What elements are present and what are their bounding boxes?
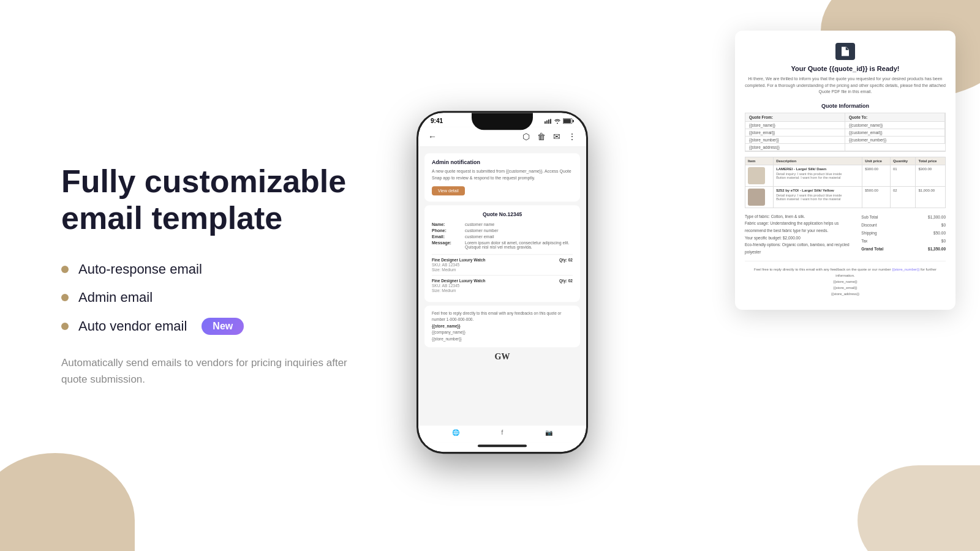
feature-description: Automatically send emails to vendors for… xyxy=(61,354,355,388)
tax-row: Tax $0 xyxy=(861,237,946,245)
tax-value: $0 xyxy=(941,237,946,245)
phone-status-icons xyxy=(545,118,574,124)
item-name: Fine Designer Luxury Watch xyxy=(432,279,486,283)
message-value: Lorem ipsum dolor sit amet, consectetur … xyxy=(465,241,573,249)
feature-list: Auto-response email Admin email Auto ven… xyxy=(61,261,355,335)
new-badge: New xyxy=(202,318,244,335)
quote-details-card: Quote No.12345 Name: customer name Phone… xyxy=(424,205,580,302)
svg-rect-4 xyxy=(545,121,546,124)
item-img-cell xyxy=(745,186,774,208)
item-qty: Qty: 02 xyxy=(559,279,573,283)
quote-from-number: {{store_number}} xyxy=(745,137,845,144)
item-size: Size: Medium xyxy=(432,288,573,293)
item-sku: SKU: AB 12345 xyxy=(432,283,573,288)
bottom-icon-2: f xyxy=(502,429,503,436)
phone-value: customer number xyxy=(465,228,498,233)
col-desc: Description xyxy=(774,157,862,165)
col-unit-price: Unit price xyxy=(862,157,891,165)
item-name: LAMEREI - Large/ Silk/ Dawn xyxy=(776,167,859,171)
discount-value: $0 xyxy=(941,221,946,229)
email-template-card: Your Quote {{quote_id}} is Ready! Hi the… xyxy=(735,31,956,310)
item-desc-cell: LAMEREI - Large/ Silk/ Dawn Detail inqui… xyxy=(774,165,862,186)
page-headline: Fully customizable email template xyxy=(61,163,355,237)
svg-rect-1 xyxy=(843,51,848,52)
more-icon[interactable]: ⋮ xyxy=(568,132,576,141)
share-icon[interactable]: ⬡ xyxy=(522,132,530,141)
item-name: Fine Designer Luxury Watch xyxy=(432,258,486,262)
mail-icon[interactable]: ✉ xyxy=(553,132,560,141)
email-header: Your Quote {{quote_id}} is Ready! Hi the… xyxy=(745,43,946,96)
svg-rect-9 xyxy=(564,119,571,123)
left-content: Fully customizable email template Auto-r… xyxy=(0,114,392,437)
home-indicator-area xyxy=(418,442,586,452)
email-title: Your Quote {{quote_id}} is Ready! xyxy=(745,65,946,72)
phone-screen: 9:41 xyxy=(418,113,586,452)
main-layout: Fully customizable email template Auto-r… xyxy=(0,0,980,551)
item-img-cell xyxy=(745,165,774,186)
shipping-value: $50.00 xyxy=(933,229,946,237)
quote-from-address: {{store_address}} xyxy=(745,144,845,151)
phone-quote-items: Fine Designer Luxury Watch Qty: 02 SKU: … xyxy=(432,254,573,296)
fabric-note-2: Fabric usage: Understanding the applicat… xyxy=(745,220,855,234)
phone-time: 9:41 xyxy=(431,118,443,124)
totals-values: Sub Total $1,300.00 Discount $0 Shipping… xyxy=(861,213,946,253)
feature-vendor-email-label: Auto vendor email xyxy=(78,318,187,334)
item-qty: Qty: 02 xyxy=(559,258,573,262)
footer-store-name: {{store_name}} xyxy=(745,279,946,285)
discount-row: Discount $0 xyxy=(861,221,946,229)
bottom-icon-1: 🌐 xyxy=(452,429,459,436)
quote-from-header: Quote From: xyxy=(745,113,845,122)
feature-vendor-email: Auto vendor email New xyxy=(61,318,355,335)
quote-field-name: Name: customer name xyxy=(432,222,573,227)
brand-logo: GW xyxy=(418,347,586,367)
grand-total-value: $1,350.00 xyxy=(928,245,946,253)
phone-label: Phone: xyxy=(432,228,462,233)
item-unit-price: $500.00 xyxy=(862,186,891,208)
svg-rect-6 xyxy=(548,119,549,124)
quote-from-name: {{store_name}} xyxy=(745,122,845,129)
item-total: $300.00 xyxy=(916,165,946,186)
table-row: LAMEREI - Large/ Silk/ Dawn Detail inqui… xyxy=(745,165,946,186)
totals-section: Type of fabric: Cotton, linen & silk. Fa… xyxy=(745,213,946,256)
subtotal-row: Sub Total $1,300.00 xyxy=(861,213,946,221)
grand-total-label: Grand Total xyxy=(861,245,883,253)
trash-icon[interactable]: 🗑 xyxy=(537,132,546,141)
phone-mockup: 9:41 xyxy=(417,111,588,454)
signal-icon xyxy=(545,119,552,124)
quote-info-grid: Quote From: Quote To: {{store_name}} {{c… xyxy=(745,113,946,152)
svg-rect-3 xyxy=(843,54,846,55)
phone-bottom-bar: 🌐 f 📷 xyxy=(418,425,586,442)
phone-item-1: Fine Designer Luxury Watch Qty: 02 SKU: … xyxy=(432,254,573,275)
item-desc-cell: $252 by eTOI - Large/ Silk/ Yellow Detai… xyxy=(774,186,862,208)
svg-rect-7 xyxy=(550,119,551,124)
back-icon[interactable]: ← xyxy=(428,132,437,141)
item-sku: SKU: AB 12345 xyxy=(432,263,573,267)
admin-notif-text: A new quote request is submitted from {{… xyxy=(432,168,573,181)
quote-to-header: Quote To: xyxy=(845,113,945,122)
quote-field-email: Email: customer email xyxy=(432,234,573,239)
quote-to-number: {{customer_number}} xyxy=(845,137,945,144)
footer-store-address: {{store_address}} xyxy=(745,291,946,297)
email-value: customer email xyxy=(465,234,494,239)
battery-icon xyxy=(563,118,574,124)
admin-notif-title: Admin notification xyxy=(432,159,573,165)
footer-store-email: {{store_email}} xyxy=(745,285,946,291)
email-logo-icon xyxy=(835,43,855,60)
phone-store-number: {{store_number}} xyxy=(432,336,573,342)
quote-number: Quote No.12345 xyxy=(432,211,573,217)
quote-to-email: {{customer_email}} xyxy=(845,129,945,137)
quote-to-address xyxy=(845,144,945,151)
admin-notification-card: Admin notification A new quote request i… xyxy=(424,153,580,201)
col-qty: Quantity xyxy=(890,157,916,165)
phone-item-2: Fine Designer Luxury Watch Qty: 02 SKU: … xyxy=(432,275,573,296)
svg-rect-0 xyxy=(843,50,845,50)
fabric-note-1: Type of fabric: Cotton, linen & silk. xyxy=(745,213,855,220)
bullet-icon xyxy=(61,266,69,273)
grand-total-row: Grand Total $1,350.00 xyxy=(861,245,946,253)
email-label: Email: xyxy=(432,234,462,239)
document-icon xyxy=(840,46,851,57)
col-item: Item xyxy=(745,157,774,165)
name-label: Name: xyxy=(432,222,462,227)
view-detail-button[interactable]: View detail xyxy=(432,186,465,195)
tax-label: Tax xyxy=(861,237,867,245)
